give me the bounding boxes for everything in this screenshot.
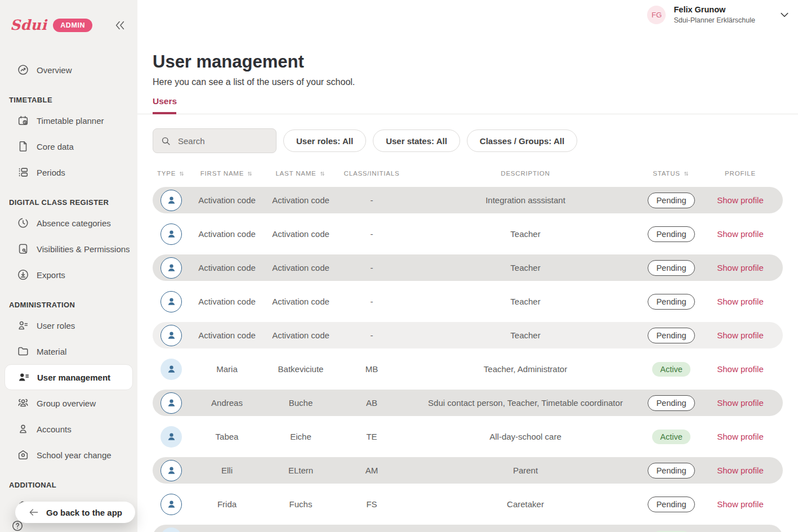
sidebar-item-absence-categories[interactable]: Absence categories [5,210,133,236]
status-badge: Pending [648,193,694,208]
sidebar-item-timetable-planner[interactable]: Timetable planner [5,108,133,133]
sidebar-item-user-management[interactable]: User management [5,364,133,390]
show-profile-link[interactable]: Show profile [717,330,764,340]
cell-description: Sdui contact person, Teacher, Timetable … [406,398,645,408]
search-input[interactable] [177,136,269,146]
go-back-button[interactable]: Go back to the app [15,502,135,523]
user-type-icon [161,426,182,448]
person-icon [17,423,29,435]
sidebar-item-periods[interactable]: Periods [5,159,133,185]
table-row: Activation codeActivation code-TeacherPe… [153,288,783,315]
sidebar-item-accounts[interactable]: Accounts [5,416,133,442]
col-header-last-name[interactable]: LAST NAME [264,168,337,178]
cell-type [153,494,190,515]
cell-class-initials: - [337,330,406,340]
cell-type [153,527,190,532]
cell-status: Pending [645,260,698,276]
status-badge: Pending [648,294,694,310]
cell-class-initials: AM [337,466,406,475]
sidebar: Sdui ADMIN OverviewTIMETABLETimetable pl… [0,0,137,532]
cell-status: Pending [645,497,698,512]
col-header-type[interactable]: TYPE [153,168,190,178]
table-row: AndreasBucheABSdui contact person, Teach… [153,390,783,416]
show-profile-link[interactable]: Show profile [717,432,764,441]
user-type-icon [161,527,182,532]
download-icon [17,269,29,281]
cell-description: Teacher [406,263,645,272]
cell-last-name: Buche [264,398,337,408]
sidebar-item-exports[interactable]: Exports [5,262,133,288]
cell-description: Teacher [406,229,645,239]
show-profile-link[interactable]: Show profile [717,364,764,374]
filter-classes-groups[interactable]: Classes / Groups: All [467,129,577,152]
cell-first-name: Elli [190,466,264,475]
clock-icon [17,217,29,229]
cell-profile: Show profile [698,432,783,441]
sidebar-collapse-icon[interactable] [114,19,126,32]
col-header-first-name[interactable]: FIRST NAME [190,168,264,178]
cell-type [153,325,190,346]
sidebar-item-user-roles[interactable]: User roles [5,312,133,338]
search-box[interactable] [153,128,277,153]
status-badge: Pending [648,395,694,411]
cell-type [153,392,190,414]
tab-users[interactable]: Users [153,96,177,114]
sidebar-item-label: User roles [37,321,75,330]
cell-description: Teacher, Administrator [406,364,645,374]
show-profile-link[interactable]: Show profile [717,466,764,475]
status-badge: Active [652,430,690,444]
cell-last-name: Activation code [264,263,337,272]
cell-last-name: Activation code [264,297,337,306]
sidebar-section-administration: ADMINISTRATION [0,298,137,312]
show-profile-link[interactable]: Show profile [717,297,764,306]
cell-class-initials: - [337,297,406,306]
table-row: Activation codeActivation code-TeacherPe… [153,221,783,247]
filter-user-states[interactable]: User states: All [373,129,460,152]
cell-first-name: Tabea [190,432,264,441]
account-menu[interactable]: FG Felix Grunow Sdui-Planner Erklärschul… [647,5,790,24]
cell-type [153,291,190,312]
show-profile-link[interactable]: Show profile [717,229,764,239]
col-header-status[interactable]: STATUS [645,168,698,178]
cell-status: Pending [645,328,698,343]
sidebar-item-core-data[interactable]: Core data [5,133,133,159]
sidebar-item-label: Core data [37,142,74,151]
table-row: Activation codeActivation code-Integrati… [153,187,783,213]
user-type-icon [161,392,182,414]
user-type-icon [161,494,182,515]
show-profile-link[interactable]: Show profile [717,263,764,272]
cell-first-name: Activation code [190,195,264,205]
cell-first-name: Frida [190,499,264,509]
table-row: ElliELternAMParentPendingShow profile [153,457,783,484]
cell-class-initials: MB [337,364,406,374]
chevron-down-icon[interactable] [779,9,790,20]
sidebar-item-label: Overview [37,65,72,75]
cell-status: Pending [645,395,698,411]
cell-status: Pending [645,226,698,242]
show-profile-link[interactable]: Show profile [717,398,764,408]
document-icon [17,140,29,153]
sidebar-item-group-overview[interactable]: Group overview [5,390,133,416]
user-type-icon [161,291,182,312]
show-profile-link[interactable]: Show profile [717,499,764,509]
table-row: MariaBatkeviciuteMBTeacher, Administrato… [153,356,783,382]
sidebar-item-school-year-change[interactable]: School year change [5,442,133,468]
cell-profile: Show profile [698,297,783,306]
cell-type [153,190,190,211]
cell-class-initials: - [337,263,406,272]
sidebar-logo-row: Sdui ADMIN [0,0,137,33]
sidebar-item-overview[interactable]: Overview [5,57,133,83]
filter-user-roles[interactable]: User roles: All [283,129,366,152]
col-header-label: PROFILE [725,170,756,177]
col-header-class-initials: CLASS/INITIALS [337,168,406,178]
sidebar-item-visibilities-permissions[interactable]: Visibilities & Permissions [5,236,133,262]
sidebar-item-material[interactable]: Material [5,338,133,364]
cell-class-initials: - [337,195,406,205]
show-profile-link[interactable]: Show profile [717,195,764,205]
status-badge: Pending [648,463,694,479]
cell-type [153,460,190,481]
cell-profile: Show profile [698,229,783,239]
user-type-icon [161,359,182,380]
sidebar-item-label: Absence categories [37,218,111,228]
user-type-icon [161,223,182,245]
